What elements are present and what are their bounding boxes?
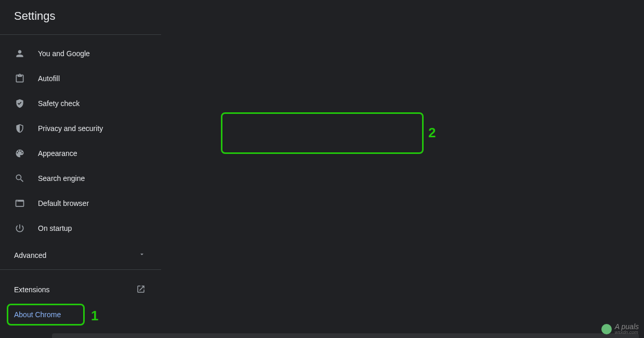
extensions-label: Extensions — [14, 285, 49, 294]
sidebar-item-autofill[interactable]: Autofill — [0, 66, 161, 91]
sidebar-item-label: Search engine — [38, 174, 85, 183]
sidebar-item-you-and-google[interactable]: You and Google — [0, 41, 161, 66]
sidebar-item-about-chrome[interactable]: About Chrome — [0, 302, 161, 327]
search-settings-box[interactable] — [52, 333, 639, 338]
main-content: About Chrome Google Chrome — [0, 327, 644, 338]
sidebar-item-search-engine[interactable]: Search engine — [0, 166, 161, 191]
person-icon — [14, 48, 25, 59]
sidebar-item-label: On startup — [38, 224, 72, 232]
sidebar-item-on-startup[interactable]: On startup — [0, 216, 161, 241]
power-icon — [14, 223, 25, 234]
clipboard-icon — [14, 73, 25, 84]
sidebar-item-safety-check[interactable]: Safety check — [0, 91, 161, 116]
search-icon — [14, 173, 25, 184]
sidebar-item-label: Default browser — [38, 199, 89, 207]
sidebar-item-default-browser[interactable]: Default browser — [0, 191, 161, 216]
palette-icon — [14, 148, 25, 159]
sidebar-item-privacy[interactable]: Privacy and security — [0, 116, 161, 141]
sidebar-item-label: Privacy and security — [38, 124, 103, 133]
browser-icon — [14, 198, 25, 209]
annotation-label-2: 2 — [428, 125, 436, 141]
sidebar-item-extensions[interactable]: Extensions — [0, 277, 161, 302]
sidebar-advanced-toggle[interactable]: Advanced — [0, 241, 161, 270]
sidebar: Settings You and Google Autofill Safety … — [0, 0, 161, 327]
sidebar-item-label: Autofill — [38, 74, 60, 83]
sidebar-item-label: Appearance — [38, 149, 77, 158]
chevron-down-icon — [138, 251, 146, 259]
shield-check-icon — [14, 98, 25, 109]
about-chrome-label: About Chrome — [14, 310, 61, 319]
watermark: A puals wsxdn.com — [601, 323, 639, 335]
shield-icon — [14, 123, 25, 134]
annotation-highlight-2 — [221, 112, 424, 154]
advanced-label: Advanced — [14, 251, 46, 259]
open-external-icon — [136, 284, 146, 295]
settings-title: Settings — [0, 9, 161, 35]
sidebar-item-label: You and Google — [38, 49, 90, 58]
sidebar-item-label: Safety check — [38, 99, 80, 108]
sidebar-item-appearance[interactable]: Appearance — [0, 141, 161, 166]
